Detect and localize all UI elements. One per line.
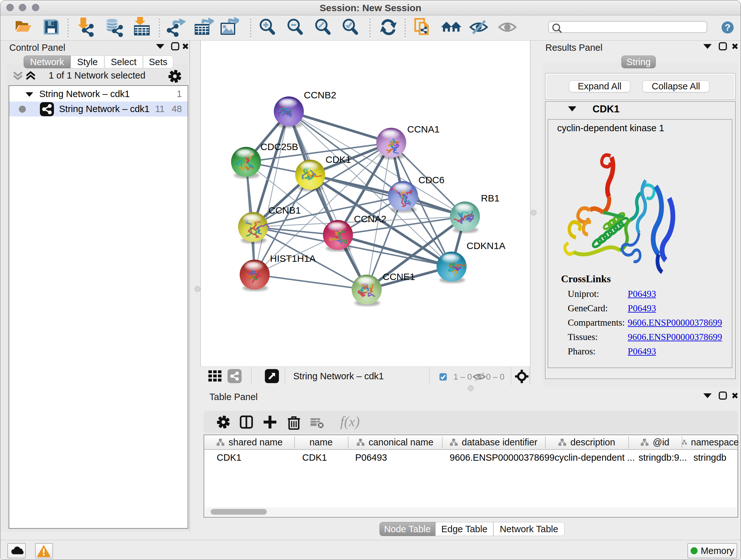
svg-text:CCNA1: CCNA1 xyxy=(407,124,440,134)
svg-text:CDC6: CDC6 xyxy=(418,175,445,185)
svg-text:CCNB2: CCNB2 xyxy=(304,90,336,100)
svg-text:CDKN1A: CDKN1A xyxy=(467,240,506,251)
svg-text:CCNB1: CCNB1 xyxy=(268,205,301,215)
svg-text:?: ? xyxy=(725,22,731,33)
svg-text:RB1: RB1 xyxy=(481,193,499,203)
svg-text:CDC25B: CDC25B xyxy=(260,141,298,152)
svg-text:CDK1: CDK1 xyxy=(326,154,351,165)
svg-text:HIST1H1A: HIST1H1A xyxy=(270,253,316,264)
svg-text:CCNE1: CCNE1 xyxy=(383,271,415,282)
svg-text:CCNA2: CCNA2 xyxy=(354,213,387,224)
